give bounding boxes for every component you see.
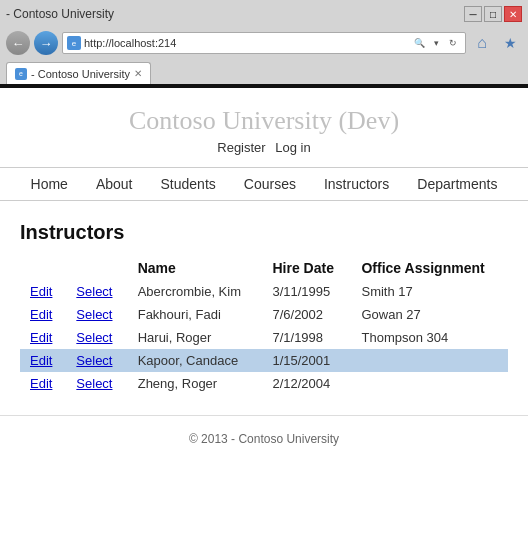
table-row: Edit Select Zheng, Roger 2/12/2004: [20, 372, 508, 395]
col-edit: [20, 256, 66, 280]
site-title: Contoso University (Dev): [0, 106, 528, 136]
page-icon: e: [67, 36, 81, 50]
address-bar[interactable]: e http://localhost:214 🔍 ▾ ↻: [62, 32, 466, 54]
tab-close-button[interactable]: ✕: [134, 68, 142, 79]
search-icon[interactable]: 🔍: [411, 35, 427, 51]
edit-link-0[interactable]: Edit: [30, 284, 52, 299]
login-link[interactable]: Log in: [275, 140, 310, 155]
page-content: Contoso University (Dev) Register Log in…: [0, 88, 528, 547]
select-cell: Select: [66, 303, 127, 326]
name-cell: Harui, Roger: [128, 326, 263, 349]
select-link-0[interactable]: Select: [76, 284, 112, 299]
col-office: Office Assignment: [351, 256, 508, 280]
edit-cell: Edit: [20, 372, 66, 395]
browser-title: - Contoso University: [6, 7, 114, 21]
nav-item-students[interactable]: Students: [147, 176, 230, 192]
hiredate-cell: 1/15/2001: [262, 349, 351, 372]
tab-label: - Contoso University: [31, 68, 130, 80]
table-row: Edit Select Abercrombie, Kim 3/11/1995 S…: [20, 280, 508, 303]
select-link-1[interactable]: Select: [76, 307, 112, 322]
edit-cell: Edit: [20, 349, 66, 372]
favorites-button[interactable]: ★: [498, 31, 522, 55]
office-cell: [351, 372, 508, 395]
register-link[interactable]: Register: [217, 140, 265, 155]
edit-cell: Edit: [20, 280, 66, 303]
refresh-icon[interactable]: ↻: [445, 35, 461, 51]
hiredate-cell: 7/1/1998: [262, 326, 351, 349]
nav-item-courses[interactable]: Courses: [230, 176, 310, 192]
maximize-button[interactable]: □: [484, 6, 502, 22]
browser-tab[interactable]: e - Contoso University ✕: [6, 62, 151, 84]
office-cell: [351, 349, 508, 372]
minimize-button[interactable]: ─: [464, 6, 482, 22]
site-links: Register Log in: [0, 140, 528, 155]
back-button[interactable]: ←: [6, 31, 30, 55]
name-cell: Abercrombie, Kim: [128, 280, 263, 303]
page-title: Instructors: [20, 221, 508, 244]
col-name: Name: [128, 256, 263, 280]
select-cell: Select: [66, 349, 127, 372]
nav-item-departments[interactable]: Departments: [403, 176, 511, 192]
forward-button[interactable]: →: [34, 31, 58, 55]
main-content: Instructors Name Hire Date Office Assign…: [0, 201, 528, 405]
tab-icon: e: [15, 68, 27, 80]
select-cell: Select: [66, 326, 127, 349]
name-cell: Kapoor, Candace: [128, 349, 263, 372]
nav-item-home[interactable]: Home: [17, 176, 82, 192]
edit-link-1[interactable]: Edit: [30, 307, 52, 322]
col-select: [66, 256, 127, 280]
table-row: Edit Select Harui, Roger 7/1/1998 Thomps…: [20, 326, 508, 349]
nav-item-instructors[interactable]: Instructors: [310, 176, 403, 192]
edit-link-2[interactable]: Edit: [30, 330, 52, 345]
select-cell: Select: [66, 372, 127, 395]
edit-link-4[interactable]: Edit: [30, 376, 52, 391]
site-header: Contoso University (Dev) Register Log in: [0, 88, 528, 163]
home-button[interactable]: ⌂: [470, 31, 494, 55]
table-row: Edit Select Kapoor, Candace 1/15/2001: [20, 349, 508, 372]
name-cell: Fakhouri, Fadi: [128, 303, 263, 326]
edit-link-3[interactable]: Edit: [30, 353, 52, 368]
hiredate-cell: 2/12/2004: [262, 372, 351, 395]
footer-text: © 2013 - Contoso University: [189, 432, 339, 446]
page-footer: © 2013 - Contoso University: [0, 415, 528, 454]
close-button[interactable]: ✕: [504, 6, 522, 22]
office-cell: Gowan 27: [351, 303, 508, 326]
select-link-2[interactable]: Select: [76, 330, 112, 345]
edit-cell: Edit: [20, 303, 66, 326]
nav-bar: Home About Students Courses Instructors …: [0, 167, 528, 201]
office-cell: Smith 17: [351, 280, 508, 303]
hiredate-cell: 7/6/2002: [262, 303, 351, 326]
address-text: http://localhost:214: [84, 37, 408, 49]
select-link-3[interactable]: Select: [76, 353, 112, 368]
col-hiredate: Hire Date: [262, 256, 351, 280]
select-cell: Select: [66, 280, 127, 303]
office-cell: Thompson 304: [351, 326, 508, 349]
instructors-table: Name Hire Date Office Assignment Edit Se…: [20, 256, 508, 395]
edit-cell: Edit: [20, 326, 66, 349]
select-link-4[interactable]: Select: [76, 376, 112, 391]
nav-item-about[interactable]: About: [82, 176, 147, 192]
dropdown-icon[interactable]: ▾: [428, 35, 444, 51]
hiredate-cell: 3/11/1995: [262, 280, 351, 303]
table-row: Edit Select Fakhouri, Fadi 7/6/2002 Gowa…: [20, 303, 508, 326]
name-cell: Zheng, Roger: [128, 372, 263, 395]
